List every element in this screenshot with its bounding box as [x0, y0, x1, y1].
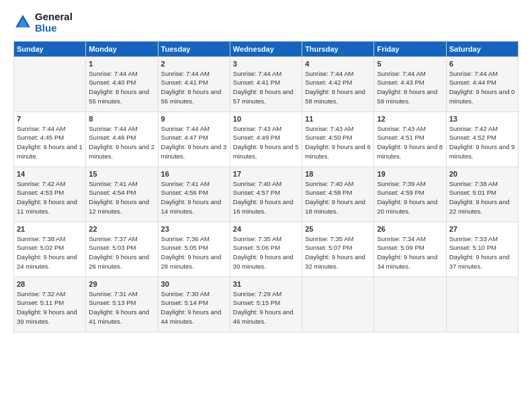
day-number: 26 [377, 225, 443, 233]
day-number: 29 [89, 280, 154, 288]
week-row-4: 21Sunrise: 7:38 AMSunset: 5:02 PMDayligh… [14, 222, 519, 277]
day-info: Sunrise: 7:35 AMSunset: 5:07 PMDaylight:… [305, 234, 371, 271]
day-info: Sunrise: 7:42 AMSunset: 4:52 PMDaylight:… [449, 124, 515, 161]
logo-text: General Blue [35, 11, 73, 34]
day-info: Sunrise: 7:34 AMSunset: 5:09 PMDaylight:… [377, 234, 443, 271]
day-number: 23 [161, 225, 227, 233]
day-number: 8 [89, 115, 154, 123]
day-number: 6 [449, 60, 515, 68]
day-number: 19 [377, 170, 443, 178]
day-cell: 19Sunrise: 7:39 AMSunset: 4:59 PMDayligh… [374, 167, 446, 222]
col-header-tuesday: Tuesday [158, 41, 230, 56]
day-cell: 23Sunrise: 7:36 AMSunset: 5:05 PMDayligh… [158, 222, 230, 277]
week-row-5: 28Sunrise: 7:32 AMSunset: 5:11 PMDayligh… [14, 277, 519, 332]
day-number: 1 [89, 60, 154, 68]
day-cell: 12Sunrise: 7:43 AMSunset: 4:51 PMDayligh… [374, 111, 446, 167]
day-cell: 15Sunrise: 7:41 AMSunset: 4:54 PMDayligh… [86, 167, 158, 222]
day-cell [374, 277, 446, 332]
day-cell [302, 277, 374, 332]
day-number: 2 [161, 60, 227, 68]
day-info: Sunrise: 7:39 AMSunset: 4:59 PMDaylight:… [377, 179, 443, 216]
day-info: Sunrise: 7:43 AMSunset: 4:49 PMDaylight:… [233, 124, 299, 161]
day-cell: 10Sunrise: 7:43 AMSunset: 4:49 PMDayligh… [230, 111, 302, 167]
week-row-3: 14Sunrise: 7:42 AMSunset: 4:53 PMDayligh… [14, 167, 519, 222]
day-cell: 31Sunrise: 7:29 AMSunset: 5:15 PMDayligh… [230, 277, 302, 332]
day-info: Sunrise: 7:41 AMSunset: 4:54 PMDaylight:… [89, 179, 154, 216]
day-info: Sunrise: 7:44 AMSunset: 4:45 PMDaylight:… [17, 124, 83, 161]
col-header-thursday: Thursday [302, 41, 374, 56]
day-info: Sunrise: 7:32 AMSunset: 5:11 PMDaylight:… [17, 289, 83, 326]
day-info: Sunrise: 7:44 AMSunset: 4:43 PMDaylight:… [377, 69, 443, 106]
day-cell: 5Sunrise: 7:44 AMSunset: 4:43 PMDaylight… [374, 56, 446, 111]
day-number: 3 [233, 60, 299, 68]
day-number: 27 [449, 225, 515, 233]
day-number: 11 [305, 115, 371, 123]
day-info: Sunrise: 7:44 AMSunset: 4:44 PMDaylight:… [449, 69, 515, 106]
day-info: Sunrise: 7:29 AMSunset: 5:15 PMDaylight:… [233, 289, 299, 326]
day-number: 12 [377, 115, 443, 123]
week-row-2: 7Sunrise: 7:44 AMSunset: 4:45 PMDaylight… [14, 111, 519, 167]
day-number: 15 [89, 170, 154, 178]
day-number: 22 [89, 225, 154, 233]
col-header-saturday: Saturday [446, 41, 518, 56]
day-cell: 20Sunrise: 7:38 AMSunset: 5:01 PMDayligh… [446, 167, 518, 222]
day-info: Sunrise: 7:42 AMSunset: 4:53 PMDaylight:… [17, 179, 83, 216]
day-number: 5 [377, 60, 443, 68]
day-info: Sunrise: 7:43 AMSunset: 4:51 PMDaylight:… [377, 124, 443, 161]
day-cell: 16Sunrise: 7:41 AMSunset: 4:56 PMDayligh… [158, 167, 230, 222]
day-cell: 8Sunrise: 7:44 AMSunset: 4:46 PMDaylight… [86, 111, 158, 167]
day-number: 16 [161, 170, 227, 178]
day-number: 18 [305, 170, 371, 178]
col-header-sunday: Sunday [14, 41, 86, 56]
day-info: Sunrise: 7:43 AMSunset: 4:50 PMDaylight:… [305, 124, 371, 161]
day-cell: 13Sunrise: 7:42 AMSunset: 4:52 PMDayligh… [446, 111, 518, 167]
day-cell: 27Sunrise: 7:33 AMSunset: 5:10 PMDayligh… [446, 222, 518, 277]
day-number: 24 [233, 225, 299, 233]
day-number: 13 [449, 115, 515, 123]
day-cell: 18Sunrise: 7:40 AMSunset: 4:58 PMDayligh… [302, 167, 374, 222]
day-cell: 9Sunrise: 7:44 AMSunset: 4:47 PMDaylight… [158, 111, 230, 167]
day-cell: 7Sunrise: 7:44 AMSunset: 4:45 PMDaylight… [14, 111, 86, 167]
col-header-monday: Monday [86, 41, 158, 56]
day-number: 20 [449, 170, 515, 178]
day-cell: 26Sunrise: 7:34 AMSunset: 5:09 PMDayligh… [374, 222, 446, 277]
logo-icon [13, 13, 32, 32]
day-info: Sunrise: 7:44 AMSunset: 4:42 PMDaylight:… [305, 69, 371, 106]
day-info: Sunrise: 7:40 AMSunset: 4:58 PMDaylight:… [305, 179, 371, 216]
logo: General Blue [13, 11, 73, 34]
day-cell: 1Sunrise: 7:44 AMSunset: 4:40 PMDaylight… [86, 56, 158, 111]
day-cell [446, 277, 518, 332]
day-cell [14, 56, 86, 111]
header-row: SundayMondayTuesdayWednesdayThursdayFrid… [14, 41, 519, 56]
day-cell: 6Sunrise: 7:44 AMSunset: 4:44 PMDaylight… [446, 56, 518, 111]
day-number: 30 [161, 280, 227, 288]
day-info: Sunrise: 7:33 AMSunset: 5:10 PMDaylight:… [449, 234, 515, 271]
day-cell: 4Sunrise: 7:44 AMSunset: 4:42 PMDaylight… [302, 56, 374, 111]
day-cell: 11Sunrise: 7:43 AMSunset: 4:50 PMDayligh… [302, 111, 374, 167]
calendar-table: SundayMondayTuesdayWednesdayThursdayFrid… [13, 41, 519, 332]
day-cell: 28Sunrise: 7:32 AMSunset: 5:11 PMDayligh… [14, 277, 86, 332]
day-number: 4 [305, 60, 371, 68]
col-header-friday: Friday [374, 41, 446, 56]
day-number: 28 [17, 280, 83, 288]
day-info: Sunrise: 7:38 AMSunset: 5:01 PMDaylight:… [449, 179, 515, 216]
day-number: 21 [17, 225, 83, 233]
day-cell: 14Sunrise: 7:42 AMSunset: 4:53 PMDayligh… [14, 167, 86, 222]
day-number: 7 [17, 115, 83, 123]
day-info: Sunrise: 7:40 AMSunset: 4:57 PMDaylight:… [233, 179, 299, 216]
day-cell: 2Sunrise: 7:44 AMSunset: 4:41 PMDaylight… [158, 56, 230, 111]
day-info: Sunrise: 7:44 AMSunset: 4:40 PMDaylight:… [89, 69, 154, 106]
day-cell: 3Sunrise: 7:44 AMSunset: 4:41 PMDaylight… [230, 56, 302, 111]
day-info: Sunrise: 7:44 AMSunset: 4:41 PMDaylight:… [233, 69, 299, 106]
day-info: Sunrise: 7:41 AMSunset: 4:56 PMDaylight:… [161, 179, 227, 216]
day-number: 25 [305, 225, 371, 233]
col-header-wednesday: Wednesday [230, 41, 302, 56]
day-cell: 17Sunrise: 7:40 AMSunset: 4:57 PMDayligh… [230, 167, 302, 222]
day-number: 31 [233, 280, 299, 288]
day-cell: 25Sunrise: 7:35 AMSunset: 5:07 PMDayligh… [302, 222, 374, 277]
day-info: Sunrise: 7:44 AMSunset: 4:47 PMDaylight:… [161, 124, 227, 161]
day-number: 17 [233, 170, 299, 178]
day-number: 9 [161, 115, 227, 123]
day-info: Sunrise: 7:36 AMSunset: 5:05 PMDaylight:… [161, 234, 227, 271]
day-info: Sunrise: 7:44 AMSunset: 4:41 PMDaylight:… [161, 69, 227, 106]
